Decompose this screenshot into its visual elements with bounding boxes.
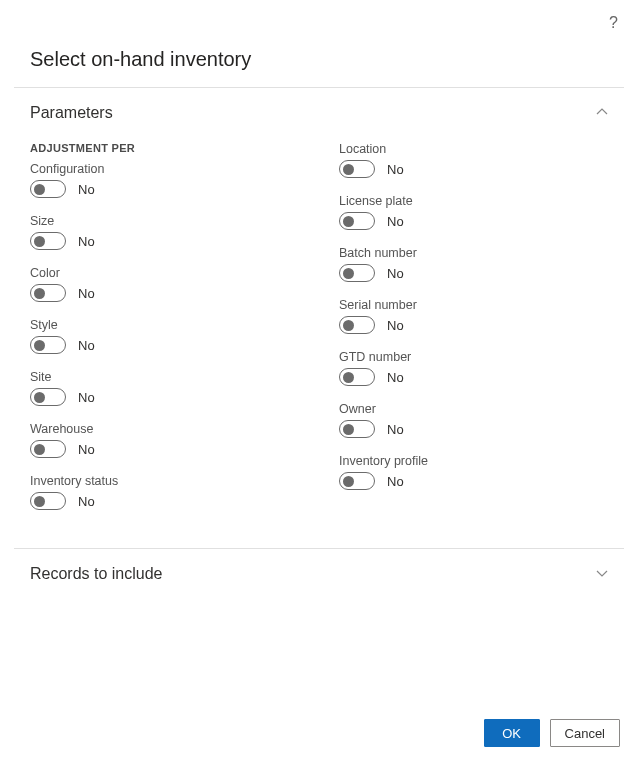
- toggle-knob: [343, 372, 354, 383]
- toggle-style[interactable]: [30, 336, 66, 354]
- toggle-value-color: No: [78, 286, 95, 301]
- toggle-row-batch_number: No: [339, 264, 608, 282]
- toggle-knob: [34, 340, 45, 351]
- toggle-knob: [34, 288, 45, 299]
- toggle-knob: [343, 424, 354, 435]
- field-owner: OwnerNo: [339, 402, 608, 438]
- toggle-knob: [343, 164, 354, 175]
- field-color: ColorNo: [30, 266, 299, 302]
- toggle-batch_number[interactable]: [339, 264, 375, 282]
- chevron-up-icon: [596, 106, 608, 121]
- toggle-inventory_profile[interactable]: [339, 472, 375, 490]
- toggle-value-location: No: [387, 162, 404, 177]
- help-icon[interactable]: ?: [609, 14, 618, 32]
- toggle-inventory_status[interactable]: [30, 492, 66, 510]
- field-serial_number: Serial numberNo: [339, 298, 608, 334]
- toggle-knob: [343, 216, 354, 227]
- toggle-row-inventory_profile: No: [339, 472, 608, 490]
- toggle-row-owner: No: [339, 420, 608, 438]
- toggle-knob: [34, 184, 45, 195]
- chevron-down-icon: [596, 567, 608, 582]
- parameters-header[interactable]: Parameters: [0, 88, 638, 132]
- toggle-row-gtd_number: No: [339, 368, 608, 386]
- field-label-style: Style: [30, 318, 299, 332]
- field-label-inventory_profile: Inventory profile: [339, 454, 608, 468]
- toggle-value-inventory_profile: No: [387, 474, 404, 489]
- toggle-value-site: No: [78, 390, 95, 405]
- toggle-value-style: No: [78, 338, 95, 353]
- field-label-license_plate: License plate: [339, 194, 608, 208]
- toggle-configuration[interactable]: [30, 180, 66, 198]
- field-size: SizeNo: [30, 214, 299, 250]
- toggle-size[interactable]: [30, 232, 66, 250]
- toggle-row-configuration: No: [30, 180, 299, 198]
- field-license_plate: License plateNo: [339, 194, 608, 230]
- field-label-warehouse: Warehouse: [30, 422, 299, 436]
- toggle-color[interactable]: [30, 284, 66, 302]
- toggle-value-size: No: [78, 234, 95, 249]
- toggle-site[interactable]: [30, 388, 66, 406]
- toggle-knob: [34, 444, 45, 455]
- toggle-owner[interactable]: [339, 420, 375, 438]
- toggle-warehouse[interactable]: [30, 440, 66, 458]
- toggle-location[interactable]: [339, 160, 375, 178]
- dialog-footer: OK Cancel: [484, 719, 620, 747]
- toggle-row-inventory_status: No: [30, 492, 299, 510]
- toggle-row-serial_number: No: [339, 316, 608, 334]
- toggle-knob: [34, 496, 45, 507]
- field-location: LocationNo: [339, 142, 608, 178]
- toggle-gtd_number[interactable]: [339, 368, 375, 386]
- toggle-row-style: No: [30, 336, 299, 354]
- toggle-value-owner: No: [387, 422, 404, 437]
- parameters-right-column: LocationNoLicense plateNoBatch numberNoS…: [339, 142, 608, 526]
- toggle-license_plate[interactable]: [339, 212, 375, 230]
- toggle-value-serial_number: No: [387, 318, 404, 333]
- toggle-row-color: No: [30, 284, 299, 302]
- adjustment-per-header: ADJUSTMENT PER: [30, 142, 299, 154]
- field-label-size: Size: [30, 214, 299, 228]
- cancel-button[interactable]: Cancel: [550, 719, 620, 747]
- toggle-knob: [34, 392, 45, 403]
- toggle-value-warehouse: No: [78, 442, 95, 457]
- toggle-row-location: No: [339, 160, 608, 178]
- records-title: Records to include: [30, 565, 163, 583]
- toggle-knob: [343, 268, 354, 279]
- toggle-knob: [343, 476, 354, 487]
- parameters-body: ADJUSTMENT PER ConfigurationNoSizeNoColo…: [0, 132, 638, 548]
- field-style: StyleNo: [30, 318, 299, 354]
- dialog-title: Select on-hand inventory: [0, 0, 638, 87]
- field-label-configuration: Configuration: [30, 162, 299, 176]
- parameters-title: Parameters: [30, 104, 113, 122]
- toggle-row-license_plate: No: [339, 212, 608, 230]
- toggle-value-configuration: No: [78, 182, 95, 197]
- toggle-value-license_plate: No: [387, 214, 404, 229]
- toggle-value-inventory_status: No: [78, 494, 95, 509]
- field-label-inventory_status: Inventory status: [30, 474, 299, 488]
- field-inventory_profile: Inventory profileNo: [339, 454, 608, 490]
- field-site: SiteNo: [30, 370, 299, 406]
- records-header[interactable]: Records to include: [0, 549, 638, 583]
- toggle-row-warehouse: No: [30, 440, 299, 458]
- ok-button[interactable]: OK: [484, 719, 540, 747]
- toggle-knob: [34, 236, 45, 247]
- parameters-left-column: ADJUSTMENT PER ConfigurationNoSizeNoColo…: [30, 142, 299, 526]
- toggle-row-size: No: [30, 232, 299, 250]
- toggle-knob: [343, 320, 354, 331]
- field-warehouse: WarehouseNo: [30, 422, 299, 458]
- field-gtd_number: GTD numberNo: [339, 350, 608, 386]
- field-label-owner: Owner: [339, 402, 608, 416]
- field-label-batch_number: Batch number: [339, 246, 608, 260]
- field-batch_number: Batch numberNo: [339, 246, 608, 282]
- toggle-value-gtd_number: No: [387, 370, 404, 385]
- toggle-value-batch_number: No: [387, 266, 404, 281]
- field-inventory_status: Inventory statusNo: [30, 474, 299, 510]
- field-label-gtd_number: GTD number: [339, 350, 608, 364]
- field-label-color: Color: [30, 266, 299, 280]
- field-configuration: ConfigurationNo: [30, 162, 299, 198]
- field-label-site: Site: [30, 370, 299, 384]
- field-label-serial_number: Serial number: [339, 298, 608, 312]
- toggle-serial_number[interactable]: [339, 316, 375, 334]
- field-label-location: Location: [339, 142, 608, 156]
- toggle-row-site: No: [30, 388, 299, 406]
